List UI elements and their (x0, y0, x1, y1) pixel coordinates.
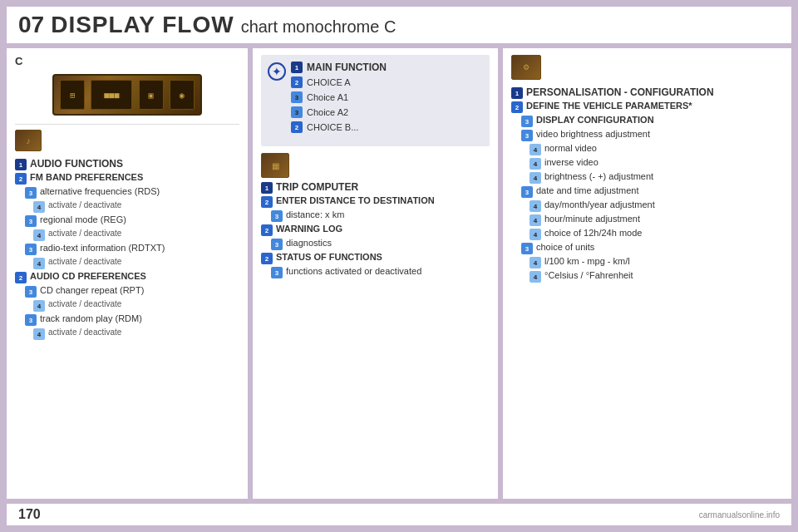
level-badge: 3 (521, 243, 533, 254)
display-seg-1: ⊞ (60, 80, 85, 110)
level-badge: 3 (521, 130, 533, 141)
item-text: °Celsius / °Fahrenheit (544, 270, 633, 280)
c-label: C (15, 55, 239, 67)
level-badge: 1 (261, 182, 273, 194)
level-badge: 1 (511, 87, 523, 99)
list-item: 2FM BAND PREFERENCES (15, 172, 239, 185)
page-header: 07 DISPLAY FLOW chart monochrome C (7, 7, 791, 43)
config-icon-wrapper: ⚙ (511, 55, 783, 83)
level-badge: 3 (25, 314, 37, 326)
item-text: choice of 12h/24h mode (544, 228, 642, 238)
list-item: 2STATUS OF FUNCTIONS (261, 252, 490, 264)
trip-icon-wrapper: ▦ (261, 153, 490, 178)
item-text: ENTER DISTANCE TO DESTINATION (276, 195, 435, 205)
right-menu: 1PERSONALISATION - CONFIGURATION2DEFINE … (511, 86, 783, 283)
level-badge: 3 (25, 187, 37, 199)
item-text: radio-text information (RDTXT) (40, 243, 165, 253)
level-badge: 4 (530, 172, 541, 184)
level-badge: 2 (261, 253, 273, 264)
item-text: regional mode (REG) (40, 214, 126, 224)
mf-row: 3Choice A1 (291, 91, 387, 103)
level-badge: 2 (261, 224, 273, 236)
level-badge: 4 (33, 201, 45, 213)
mf-text: CHOICE B... (307, 122, 358, 132)
watermark: carmanualsonline.info (699, 510, 780, 520)
level-badge: 3 (25, 286, 37, 298)
mf-row: 3Choice A2 (291, 106, 387, 118)
level-badge: 2 (15, 272, 27, 283)
list-item: 4hour/minute adjustment (530, 214, 783, 226)
mf-badge: 2 (291, 121, 303, 133)
list-item: 4activate / deactivate (33, 257, 239, 269)
main-func-numbers: 1MAIN FUNCTION2CHOICE A3Choice A13Choice… (291, 62, 387, 135)
mid-column: ✦ 1MAIN FUNCTION2CHOICE A3Choice A13Choi… (253, 48, 498, 499)
item-text: DISPLAY CONFIGURATION (536, 115, 654, 125)
level-badge: 3 (521, 186, 533, 198)
level-badge: 4 (530, 214, 541, 226)
header-subtitle: chart monochrome C (241, 17, 397, 37)
right-column: ⚙ 1PERSONALISATION - CONFIGURATION2DEFIN… (503, 48, 791, 499)
list-item: 4normal video (530, 143, 783, 155)
level-badge: 4 (530, 271, 541, 283)
item-text: date and time adjustment (536, 185, 639, 195)
header-number: 07 (18, 12, 44, 38)
level-badge: 2 (261, 196, 273, 208)
list-item: 3alternative frequencies (RDS) (25, 186, 239, 199)
level-badge: 4 (33, 328, 45, 340)
item-text: diagnostics (286, 238, 332, 248)
item-text: PERSONALISATION - CONFIGURATION (526, 86, 714, 98)
trip-icon: ▦ (261, 153, 289, 178)
list-item: 2ENTER DISTANCE TO DESTINATION (261, 195, 490, 208)
level-badge: 4 (530, 158, 541, 170)
list-item: 1TRIP COMPUTER (261, 181, 490, 194)
level-badge: 4 (33, 300, 45, 312)
list-item: 3date and time adjustment (521, 185, 783, 198)
level-badge: 3 (271, 210, 283, 222)
header-title: DISPLAY FLOW (51, 12, 234, 38)
page-wrapper: 07 DISPLAY FLOW chart monochrome C C ⊞ ■… (0, 0, 798, 532)
level-badge: 1 (15, 159, 27, 170)
item-text: alternative frequencies (RDS) (40, 186, 160, 196)
item-text: activate / deactivate (48, 299, 121, 308)
audio-icon-wrapper: ♪ (15, 130, 239, 155)
mf-text: CHOICE A (307, 77, 351, 87)
mf-badge: 1 (291, 62, 303, 73)
item-text: inverse video (544, 157, 598, 167)
list-item: 1PERSONALISATION - CONFIGURATION (511, 86, 783, 99)
star-badge: ✦ (268, 62, 286, 81)
list-item: 4l/100 km - mpg - km/l (530, 256, 783, 268)
level-badge: 4 (530, 200, 541, 212)
item-text: choice of units (536, 242, 594, 252)
list-item: 4activate / deactivate (33, 328, 239, 340)
list-item: 1AUDIO FUNCTIONS (15, 158, 239, 170)
item-text: activate / deactivate (48, 328, 121, 337)
item-text: AUDIO FUNCTIONS (30, 158, 123, 170)
level-badge: 4 (530, 257, 541, 268)
list-item: 3functions activated or deactivated (271, 266, 490, 278)
page-number: 170 (18, 507, 41, 522)
level-badge: 3 (271, 239, 283, 250)
left-column: C ⊞ ■■■ ▣ ◉ ♪ (7, 48, 248, 499)
item-text: video brightness adjustment (536, 129, 650, 139)
main-columns: C ⊞ ■■■ ▣ ◉ ♪ (7, 48, 791, 499)
display-seg-2: ■■■ (91, 80, 132, 110)
item-text: activate / deactivate (48, 229, 121, 238)
list-item: 3DISPLAY CONFIGURATION (521, 115, 783, 127)
item-text: track random play (RDM) (40, 313, 142, 323)
list-item: 3choice of units (521, 242, 783, 254)
list-item: 3radio-text information (RDTXT) (25, 243, 239, 255)
mf-text: Choice A1 (307, 92, 348, 102)
item-text: STATUS OF FUNCTIONS (276, 252, 382, 262)
config-icon: ⚙ (511, 55, 541, 80)
list-item: 4inverse video (530, 157, 783, 170)
list-item: 4activate / deactivate (33, 200, 239, 213)
list-item: 4activate / deactivate (33, 299, 239, 312)
trip-section: ▦ 1TRIP COMPUTER2ENTER DISTANCE TO DESTI… (261, 153, 490, 278)
main-function-section: ✦ 1MAIN FUNCTION2CHOICE A3Choice A13Choi… (261, 55, 490, 146)
mf-row: 1MAIN FUNCTION (291, 62, 387, 73)
display-seg-4: ◉ (170, 80, 195, 110)
mf-badge: 2 (291, 76, 303, 88)
item-text: day/month/year adjustment (544, 200, 655, 209)
list-item: 3video brightness adjustment (521, 129, 783, 141)
level-badge: 3 (25, 215, 37, 227)
